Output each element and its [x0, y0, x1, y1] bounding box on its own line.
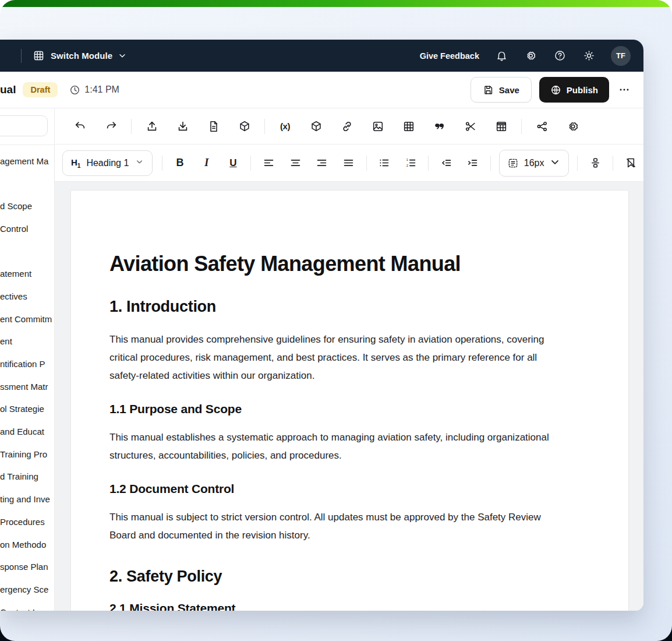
more-horizontal-icon — [618, 83, 631, 96]
sidebar-item[interactable]: Training Pro — [0, 443, 54, 466]
sidebar-item[interactable]: ting and Inve — [0, 488, 54, 510]
settings-icon[interactable] — [558, 115, 587, 138]
sidebar-item — [0, 240, 54, 263]
table-grid-icon[interactable] — [394, 115, 423, 138]
chevron-down-icon — [135, 157, 144, 168]
variable-icon[interactable]: (x) — [271, 115, 299, 138]
undo-icon[interactable] — [66, 115, 94, 138]
underline-button[interactable]: U — [221, 152, 246, 175]
italic-button[interactable]: I — [194, 152, 220, 175]
package-icon[interactable] — [230, 115, 259, 138]
publish-button[interactable]: Publish — [539, 77, 609, 103]
help-icon[interactable] — [553, 49, 567, 63]
quote-icon[interactable] — [425, 115, 454, 138]
toolbar-divider — [250, 156, 251, 171]
sidebar-item[interactable]: sponse Plan — [0, 555, 54, 578]
insert-toolbar: (x) — [55, 108, 643, 145]
bell-icon[interactable] — [494, 49, 508, 63]
toolbar-divider — [131, 119, 132, 134]
font-size-box-icon — [507, 157, 519, 169]
sidebar-item[interactable]: Control — [0, 217, 54, 240]
app-window: Switch Module Give Feedback — [0, 40, 643, 611]
status-badge: Draft — [23, 82, 58, 97]
table-icon[interactable] — [487, 115, 515, 138]
give-feedback-link[interactable]: Give Feedback — [420, 51, 479, 61]
search-input[interactable] — [0, 115, 48, 136]
block-style-dropdown[interactable]: H1 Heading 1 — [62, 150, 153, 176]
outline-sidebar: agement Mad ScopeControlatementectivesen… — [0, 108, 55, 611]
sidebar-item[interactable]: atement — [0, 262, 54, 285]
document-page[interactable]: Aviation Safety Management Manual 1. Int… — [70, 190, 629, 611]
top-navigation-bar: Switch Module Give Feedback — [0, 40, 643, 72]
timestamp: 1:41 PM — [69, 84, 119, 96]
indent-icon[interactable] — [460, 152, 486, 175]
document-paragraph: This manual establishes a systematic app… — [109, 428, 552, 464]
topbar-actions: Give Feedback — [420, 46, 643, 66]
line-spacing-icon[interactable] — [582, 152, 608, 175]
toolbar-divider — [490, 156, 491, 171]
sidebar-item[interactable]: ol Strategie — [0, 398, 54, 421]
gear-icon[interactable] — [524, 49, 537, 63]
sidebar-search-wrap — [0, 108, 54, 145]
sidebar-item[interactable]: Contact In — [0, 601, 54, 611]
align-right-icon[interactable] — [309, 152, 335, 175]
toolbar-divider — [428, 156, 429, 171]
align-center-icon[interactable] — [282, 152, 308, 175]
sun-icon[interactable] — [582, 49, 596, 63]
align-justify-icon[interactable] — [336, 152, 362, 175]
document-heading: 1.2 Document Control — [109, 481, 590, 496]
bold-button[interactable]: B — [167, 152, 193, 175]
align-left-icon[interactable] — [256, 152, 281, 175]
avatar[interactable]: TF — [611, 46, 631, 66]
document-body: 1. IntroductionThis manual provides comp… — [109, 297, 590, 611]
toolbar-divider — [366, 156, 367, 171]
green-accent-bar — [0, 0, 672, 7]
sidebar-item[interactable]: ent Commitm — [0, 308, 54, 330]
sidebar-item[interactable]: agement Ma — [0, 150, 54, 172]
app-surface: Switch Module Give Feedback — [0, 0, 672, 641]
toolbar-divider — [577, 156, 578, 171]
bookmark-off-icon[interactable] — [618, 152, 643, 175]
document-heading: 2. Safety Policy — [109, 566, 590, 586]
sidebar-item[interactable]: ssment Matr — [0, 375, 54, 398]
toolbar-divider — [162, 156, 162, 171]
module-switcher-button[interactable]: Switch Module — [31, 49, 127, 63]
grid-icon — [31, 49, 45, 63]
format-toolbar: H1 Heading 1 B I U — [55, 145, 643, 182]
bullet-list-icon[interactable] — [372, 152, 397, 175]
numbered-list-icon[interactable]: 1 2 — [398, 152, 423, 175]
redo-icon[interactable] — [97, 115, 125, 138]
save-button[interactable]: Save — [471, 77, 532, 103]
sidebar-item[interactable]: ent — [0, 330, 54, 353]
link-icon[interactable] — [333, 115, 361, 138]
sidebar-item[interactable]: on Methodo — [0, 533, 54, 556]
toolbar-divider — [521, 119, 522, 134]
document-icon[interactable] — [199, 115, 228, 138]
timestamp-text: 1:41 PM — [84, 84, 119, 95]
sidebar-item[interactable]: ntification P — [0, 353, 54, 375]
sidebar-item[interactable]: ergency Sce — [0, 578, 54, 601]
save-icon — [483, 84, 494, 96]
sidebar-item[interactable]: ectives — [0, 285, 54, 308]
document-heading: 2.1 Mission Statement — [109, 600, 590, 611]
download-icon[interactable] — [168, 115, 197, 138]
share-icon[interactable] — [528, 115, 556, 138]
sidebar-item[interactable]: d Training — [0, 466, 54, 488]
font-size-dropdown[interactable]: 16px — [499, 150, 570, 177]
sidebar-item[interactable]: and Educat — [0, 420, 54, 443]
sidebar-item[interactable]: Procedures — [0, 510, 54, 533]
toolbar-divider — [613, 156, 613, 171]
package-alt-icon[interactable] — [302, 115, 330, 138]
chevron-down-icon — [549, 156, 561, 170]
document-canvas[interactable]: Aviation Safety Management Manual 1. Int… — [55, 182, 643, 611]
upload-icon[interactable] — [137, 115, 166, 138]
sidebar-item[interactable]: d Scope — [0, 195, 54, 217]
outdent-icon[interactable] — [433, 152, 459, 175]
module-switcher-label: Switch Module — [51, 51, 112, 61]
outline-list: agement Mad ScopeControlatementectivesen… — [0, 145, 54, 611]
globe-icon — [550, 84, 561, 96]
document-paragraph: This manual provides comprehensive guide… — [109, 330, 552, 385]
image-icon[interactable] — [363, 115, 392, 138]
scissors-icon[interactable] — [456, 115, 484, 138]
more-options-button[interactable] — [617, 83, 632, 96]
